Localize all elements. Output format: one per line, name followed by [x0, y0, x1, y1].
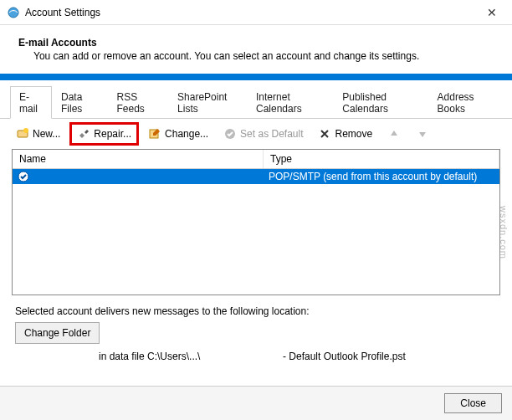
tab-address-books[interactable]: Address Books — [428, 86, 502, 119]
remove-icon — [318, 127, 331, 141]
repair-icon — [77, 127, 90, 141]
tab-rss[interactable]: RSS Feeds — [108, 86, 169, 119]
repair-button[interactable]: Repair... — [69, 122, 139, 146]
dialog-footer: Close — [0, 386, 512, 420]
close-button[interactable]: Close — [444, 393, 502, 413]
window-close-button[interactable]: ✕ — [479, 3, 505, 23]
col-header-name[interactable]: Name — [13, 150, 264, 168]
tab-internet-calendars[interactable]: Internet Calendars — [247, 86, 333, 119]
remove-label: Remove — [335, 128, 372, 140]
tab-email[interactable]: E-mail — [10, 86, 52, 119]
row-type-cell: POP/SMTP (send from this account by defa… — [264, 171, 499, 182]
arrow-up-icon — [387, 127, 401, 141]
change-button[interactable]: Change... — [142, 124, 214, 144]
arrow-down-icon — [416, 127, 429, 141]
new-button[interactable]: New... — [10, 124, 66, 144]
header-heading: E-mail Accounts — [18, 37, 494, 49]
header: E-mail Accounts You can add or remove an… — [0, 25, 512, 74]
delivery-section: Selected account delivers new messages t… — [0, 295, 512, 362]
new-label: New... — [33, 128, 60, 140]
check-icon — [223, 127, 237, 141]
default-account-icon — [18, 171, 29, 182]
repair-label: Repair... — [94, 128, 131, 140]
change-label: Change... — [165, 128, 208, 140]
move-up-button — [381, 124, 407, 144]
set-default-button: Set as Default — [218, 124, 309, 144]
delivery-path-prefix: in data file C:\Users\...\ — [99, 351, 283, 362]
change-icon — [148, 127, 161, 141]
watermark: wsxdn.com — [499, 206, 509, 259]
list-header: Name Type — [13, 150, 499, 169]
move-down-button — [410, 124, 435, 144]
change-folder-button[interactable]: Change Folder — [15, 322, 100, 344]
tab-datafiles[interactable]: Data Files — [52, 86, 108, 119]
delivery-label: Selected account delivers new messages t… — [15, 305, 497, 317]
toolbar: New... Repair... Change... Set as Defaul… — [0, 119, 512, 149]
svg-point-0 — [8, 8, 18, 18]
app-icon — [7, 6, 20, 19]
tab-published-calendars[interactable]: Published Calendars — [333, 86, 428, 119]
delivery-path-suffix: - Default Outlook Profile.pst — [283, 351, 406, 362]
header-subtext: You can add or remove an account. You ca… — [18, 50, 494, 62]
set-default-label: Set as Default — [240, 128, 303, 140]
row-name-cell — [13, 171, 264, 182]
new-icon — [16, 127, 29, 141]
accent-bar — [0, 74, 512, 80]
svg-point-2 — [23, 128, 28, 133]
delivery-path: in data file C:\Users\...\ - Default Out… — [15, 344, 497, 362]
tabs-row: E-mail Data Files RSS Feeds SharePoint L… — [0, 80, 512, 119]
account-list: Name Type POP/SMTP (send from this accou… — [12, 149, 500, 295]
col-header-type[interactable]: Type — [264, 150, 499, 168]
window-title: Account Settings — [25, 7, 479, 18]
table-row[interactable]: POP/SMTP (send from this account by defa… — [13, 169, 499, 184]
tab-sharepoint[interactable]: SharePoint Lists — [168, 86, 247, 119]
titlebar: Account Settings ✕ — [0, 0, 512, 25]
remove-button[interactable]: Remove — [312, 124, 378, 144]
